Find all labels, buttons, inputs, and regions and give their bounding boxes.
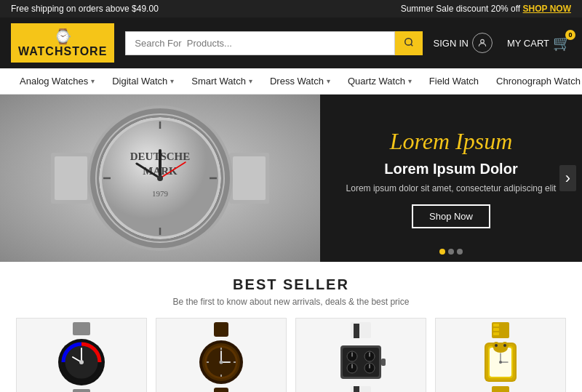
hero-watch-svg: DEUTSCHE MARK 1979: [51, 98, 269, 258]
hero-description: Lorem ipsum dolor sit amet, consectetur …: [346, 183, 557, 193]
logo-text: WATCHSTORE: [18, 45, 107, 58]
chevron-down-icon: ▾: [170, 77, 174, 85]
product-card-1[interactable]: PRODUCT 1: [16, 318, 147, 392]
search-bar: [125, 31, 422, 55]
sign-in-button[interactable]: SIGN IN: [434, 33, 493, 53]
hero-background: DEUTSCHE MARK 1979: [0, 95, 320, 262]
svg-rect-33: [214, 388, 228, 392]
chevron-down-icon: ▾: [249, 77, 252, 85]
svg-point-2: [481, 39, 485, 43]
product-watch-svg-3: [332, 322, 390, 392]
nav-item-analog[interactable]: Analog Watches ▾: [11, 68, 103, 94]
shop-now-link[interactable]: SHOP NOW: [523, 4, 571, 14]
svg-rect-6: [233, 156, 266, 200]
hero-image-section: DEUTSCHE MARK 1979: [0, 95, 320, 262]
svg-rect-46: [354, 324, 359, 338]
cart-area[interactable]: MY CART 🛒 0: [507, 34, 571, 52]
nav-item-digital[interactable]: Digital Watch ▾: [103, 68, 183, 94]
svg-rect-50: [343, 348, 379, 377]
best-seller-title: BEST SELLER: [11, 276, 571, 293]
hero-next-button[interactable]: ›: [559, 165, 576, 191]
svg-point-23: [157, 175, 163, 181]
svg-rect-62: [493, 324, 499, 327]
svg-rect-61: [492, 386, 509, 392]
svg-text:1979: 1979: [152, 189, 169, 198]
svg-rect-24: [73, 322, 90, 335]
product-card-4[interactable]: PRODUCT 4: [435, 318, 566, 392]
header-actions: SIGN IN MY CART 🛒 0: [434, 33, 571, 53]
nav-item-dress[interactable]: Dress Watch ▾: [261, 68, 339, 94]
product-watch-svg-4: [471, 322, 530, 392]
svg-rect-59: [381, 359, 386, 366]
hero-text-section: Lorem Ipsum Lorem Ipsum Dolor Lorem ipsu…: [320, 95, 582, 262]
best-seller-subtitle: Be the first to know about new arrivals,…: [11, 297, 571, 307]
product-image-1: [17, 319, 146, 392]
svg-point-44: [220, 361, 223, 364]
person-icon: [477, 38, 487, 48]
chevron-down-icon: ▾: [327, 77, 330, 85]
chevron-down-icon: ▾: [91, 77, 95, 85]
hero-dot-1[interactable]: [439, 249, 445, 255]
svg-point-76: [499, 361, 502, 364]
svg-point-0: [404, 38, 411, 44]
nav-item-smart[interactable]: Smart Watch ▾: [183, 68, 261, 94]
product-image-4: [436, 319, 565, 392]
free-shipping-text: Free shipping on orders above $49.00: [11, 4, 159, 14]
svg-rect-4: [55, 156, 87, 200]
best-seller-section: BEST SELLER Be the first to know about n…: [0, 262, 582, 392]
hero-dot-3[interactable]: [457, 249, 463, 255]
product-card-2[interactable]: PRODUCT 2: [156, 318, 287, 392]
svg-rect-25: [73, 389, 90, 392]
navigation: Analog Watches ▾ Digital Watch ▾ Smart W…: [0, 68, 582, 95]
header: ⌚ WATCHSTORE SIGN IN MY CART 🛒 0: [0, 17, 582, 68]
hero-dot-2[interactable]: [448, 249, 454, 255]
product-image-3: [296, 319, 426, 392]
product-card-3[interactable]: PRODUCT 3: [295, 318, 426, 392]
svg-line-1: [410, 44, 412, 46]
hero-shop-now-button[interactable]: Shop Now: [412, 204, 490, 228]
svg-point-73: [503, 344, 506, 347]
top-bar: Free shipping on orders above $49.00 Sum…: [0, 0, 582, 17]
logo-icon: ⌚: [54, 28, 72, 45]
product-image-2: [156, 319, 286, 392]
hero-subtitle: Lorem Ipsum: [390, 128, 513, 155]
cart-badge: 0: [565, 30, 575, 40]
hero-title: Lorem Ipsum Dolor: [384, 161, 517, 177]
logo[interactable]: ⌚ WATCHSTORE: [11, 23, 114, 63]
svg-point-72: [495, 344, 498, 347]
user-icon: [472, 33, 493, 53]
nav-item-quartz[interactable]: Quartz Watch ▾: [339, 68, 420, 94]
chevron-down-icon: ▾: [408, 77, 412, 85]
svg-rect-63: [493, 328, 499, 331]
product-watch-svg-1: [52, 322, 111, 392]
search-input[interactable]: [125, 31, 394, 55]
products-grid: PRODUCT 1: [11, 318, 571, 392]
hero-banner: DEUTSCHE MARK 1979 Lorem Ipsum Lorem Ips…: [0, 95, 582, 262]
search-icon: [404, 37, 414, 47]
nav-item-chronograph[interactable]: Chronograph Watch: [487, 68, 582, 94]
hero-dots: [439, 249, 463, 255]
product-watch-svg-2: [192, 322, 250, 392]
svg-point-31: [79, 360, 84, 364]
search-button[interactable]: [395, 31, 423, 55]
svg-rect-32: [214, 322, 228, 337]
sale-text: Summer Sale discount 20% off SHOP NOW: [401, 4, 571, 14]
nav-item-field[interactable]: Field Watch: [420, 68, 487, 94]
svg-rect-48: [354, 386, 359, 392]
cart-icon-wrapper: 🛒 0: [553, 34, 571, 52]
svg-rect-64: [493, 332, 499, 335]
